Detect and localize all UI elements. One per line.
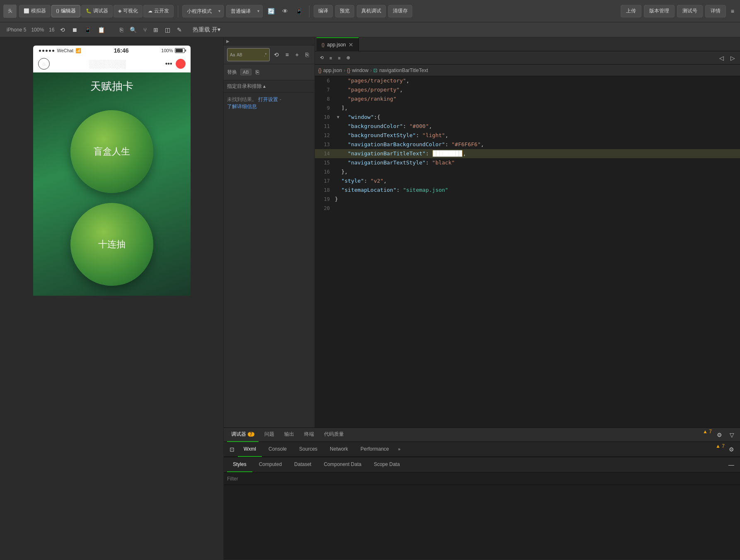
new-file-btn[interactable]: ⊕ [344,52,353,64]
tab-console[interactable]: Console [263,442,293,457]
search-replace-bar: 替换 AB ⎘ [224,64,314,80]
breadcrumb-item-2[interactable]: window [352,68,368,73]
brush-btn[interactable]: ✎ [174,24,184,36]
detail-btn[interactable]: 详情 [705,5,726,17]
breadcrumb-icon-3: ⊡ [373,68,377,73]
tab-scope-data[interactable]: Scope Data [368,457,406,472]
more-dots-icon[interactable]: ••• [165,60,172,68]
search-copy-btn[interactable]: ⎘ [303,48,311,61]
phone-time: 16:46 [114,47,129,54]
line-num: 19 [315,195,335,204]
tab-wxml[interactable]: Wxml [238,442,262,457]
add-style-btn[interactable]: — [726,459,737,471]
mode-dropdown[interactable]: 小程序模式 [182,5,224,17]
visual-btn[interactable]: ◈ 可视化 [114,5,143,17]
circle-btn-2[interactable]: 十连抽 [70,203,153,286]
more-tabs-btn[interactable]: » [396,443,403,456]
tab-styles[interactable]: Styles [227,457,252,472]
compile-dropdown[interactable]: 普通编译 [226,5,263,17]
line-num: 6 [315,76,335,85]
compile-run-btn[interactable]: 编译 [314,5,333,17]
format-btn[interactable]: ⟲ [317,52,326,64]
clear-cache-btn[interactable]: 清缓存 [388,5,412,17]
diff-btn[interactable]: ◫ [162,24,173,36]
preview-eye-btn[interactable]: 👁 [280,5,290,17]
tablet-btn[interactable]: 📋 [95,24,107,36]
debug-btn[interactable]: 🐛 调试器 [81,5,113,17]
tab-computed[interactable]: Computed [253,457,288,472]
tab-terminal[interactable]: 终端 [300,428,318,442]
nav-forward-btn[interactable]: ▷ [728,52,738,64]
inspector-settings-btn[interactable]: ⚙ [726,443,737,456]
tab-sources[interactable]: Sources [293,442,323,457]
copy-btn[interactable]: ⎘ [117,24,126,36]
phone-btn[interactable]: 📱 [293,5,305,17]
performance-label: Performance [360,446,389,452]
upload-btn[interactable]: 上传 [621,5,641,17]
panel-collapse[interactable]: ▶ [224,37,314,46]
search-refresh-btn[interactable]: ⟲ [271,48,281,61]
breadcrumb-item-3[interactable]: navigationBarTitleText [379,68,428,73]
code-line-15: 15 "navigationBarTextStyle": "black" [315,158,740,167]
tab-debugger[interactable]: 调试器 7 [227,428,259,442]
simulator-btn[interactable]: ⬜ 模拟器 [19,5,51,17]
device-reload-btn[interactable]: ⟲ [58,24,68,36]
breadcrumb-item-1[interactable]: app.json [323,68,342,73]
circle-btn-1[interactable]: 盲盒人生 [70,110,153,193]
line-num: 7 [315,85,335,94]
record-btn[interactable] [176,59,186,69]
learn-more-link[interactable]: 了解详细信息 [227,104,257,109]
phone-app-title: 天赋抽卡 [90,79,133,94]
breadcrumb-bar: {} app.json › {} window › ⊡ navigationBa… [315,65,740,76]
more-btn[interactable]: ≡ [728,5,737,17]
fold-btn[interactable]: ≡ [335,52,343,64]
hot-reload-btn[interactable]: 热重载 开▾ [190,24,223,36]
tab-performance[interactable]: Performance [355,442,395,457]
phone-nav-bar: ⌂ ░░░░░░░ ••• [33,56,191,72]
element-picker-btn[interactable]: ⊡ [227,443,237,456]
tab-app-json[interactable]: {} app.json ✕ [317,37,359,51]
phone-home-btn[interactable]: ⌂ [38,58,50,70]
filter-section[interactable]: 指定目录和排除 ▴ [224,80,314,93]
tab-component-data[interactable]: Component Data [318,457,367,472]
editor-tabs: {} app.json ✕ [315,37,740,51]
phone-size-btn[interactable]: 📱 [82,24,94,36]
open-settings-link[interactable]: 打开设置 [258,97,278,102]
collapse-panel-btn[interactable]: ▽ [727,429,737,441]
grid-btn[interactable]: ⊞ [151,24,161,36]
tab-output[interactable]: 输出 [280,428,298,442]
nav-back-btn[interactable]: ◁ [717,52,726,64]
editor-btn[interactable]: ⟨⟩ 编辑器 [51,5,80,17]
line-content: }, [335,167,740,176]
collapse-icon-10[interactable]: ▼ [335,113,341,122]
line-content: "navigationBarTitleText": █████████, [335,149,740,158]
line-num: 8 [315,94,335,104]
replace-label: 替换 [227,69,237,76]
filter-input[interactable] [227,476,737,482]
code-line-20: 20 [315,204,740,213]
search-input-container[interactable]: Aa AB .* [227,48,270,61]
tab-close-icon[interactable]: ✕ [348,41,353,48]
tab-issues[interactable]: 问题 [260,428,278,442]
search-list-btn[interactable]: ≡ [283,48,291,61]
sim-controls: ⎘ 🔍 ⑂ ⊞ ◫ ✎ [117,24,184,36]
settings-icon-btn[interactable]: ⚙ [714,429,725,441]
preview-btn[interactable]: 预览 [335,5,354,17]
highlighted-value: █████████ [432,150,463,157]
test-btn[interactable]: 测试号 [677,5,703,17]
tab-network[interactable]: Network [324,442,354,457]
tab-code-quality[interactable]: 代码质量 [320,428,348,442]
version-btn[interactable]: 版本管理 [644,5,675,17]
line-content: ], [335,104,740,113]
code-line-10: 10 ▼ "window":{ [315,113,740,122]
refresh-btn[interactable]: 🔄 [265,5,277,17]
tab-dataset[interactable]: Dataset [288,457,317,472]
real-device-btn[interactable]: 真机调试 [357,5,386,17]
minimap-btn[interactable]: ≡ [327,52,334,64]
replace-copy-btn[interactable]: ⎘ [253,66,261,78]
search-btn[interactable]: 🔍 [127,24,139,36]
stop-btn[interactable]: ⏹ [69,24,80,36]
git-btn[interactable]: ⑂ [141,24,149,36]
search-new-btn[interactable]: + [293,48,301,61]
cloud-btn[interactable]: ☁ 云开发 [143,5,174,17]
